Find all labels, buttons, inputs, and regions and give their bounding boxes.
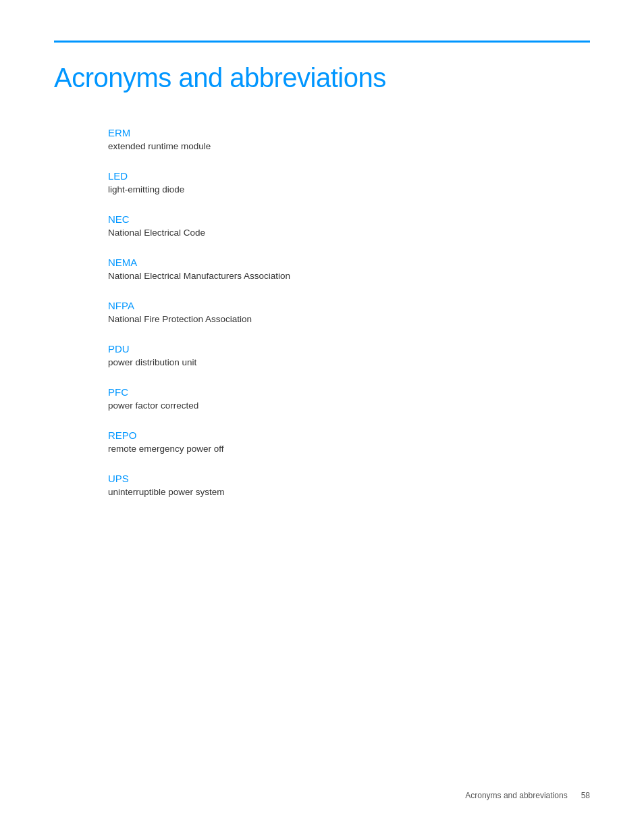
footer-page-number: 58: [581, 791, 590, 800]
acronym-definition: light-emitting diode: [108, 184, 590, 194]
acronym-entry: PDUpower distribution unit: [108, 343, 590, 367]
page-footer: Acronyms and abbreviations 58: [465, 791, 590, 800]
top-border: [54, 41, 590, 43]
acronym-entry: UPSuninterruptible power system: [108, 473, 590, 497]
acronym-entry: ERMextended runtime module: [108, 127, 590, 151]
acronym-entry: LEDlight-emitting diode: [108, 170, 590, 194]
acronym-entry: PFCpower factor corrected: [108, 386, 590, 411]
acronym-term: NEC: [108, 213, 590, 225]
acronym-term: NFPA: [108, 300, 590, 311]
acronym-definition: National Fire Protection Association: [108, 314, 590, 324]
acronym-term: REPO: [108, 429, 590, 441]
acronym-list: ERMextended runtime moduleLEDlight-emitt…: [108, 127, 590, 497]
acronym-entry: NECNational Electrical Code: [108, 213, 590, 238]
page-title: Acronyms and abbreviations: [54, 63, 590, 93]
acronym-term: UPS: [108, 473, 590, 484]
acronym-definition: uninterruptible power system: [108, 487, 590, 497]
acronym-term: NEMA: [108, 257, 590, 268]
acronym-entry: NEMANational Electrical Manufacturers As…: [108, 257, 590, 281]
acronym-definition: power factor corrected: [108, 400, 590, 411]
acronym-term: PFC: [108, 386, 590, 398]
acronym-term: PDU: [108, 343, 590, 355]
acronym-term: LED: [108, 170, 590, 182]
acronym-entry: NFPANational Fire Protection Association: [108, 300, 590, 324]
acronym-definition: extended runtime module: [108, 141, 590, 151]
acronym-definition: National Electrical Code: [108, 228, 590, 238]
footer-label: Acronyms and abbreviations: [465, 791, 567, 800]
acronym-definition: National Electrical Manufacturers Associ…: [108, 271, 590, 281]
acronym-definition: remote emergency power off: [108, 444, 590, 454]
acronym-term: ERM: [108, 127, 590, 138]
page-container: Acronyms and abbreviations ERMextended r…: [0, 0, 644, 834]
acronym-definition: power distribution unit: [108, 357, 590, 367]
acronym-entry: REPOremote emergency power off: [108, 429, 590, 454]
